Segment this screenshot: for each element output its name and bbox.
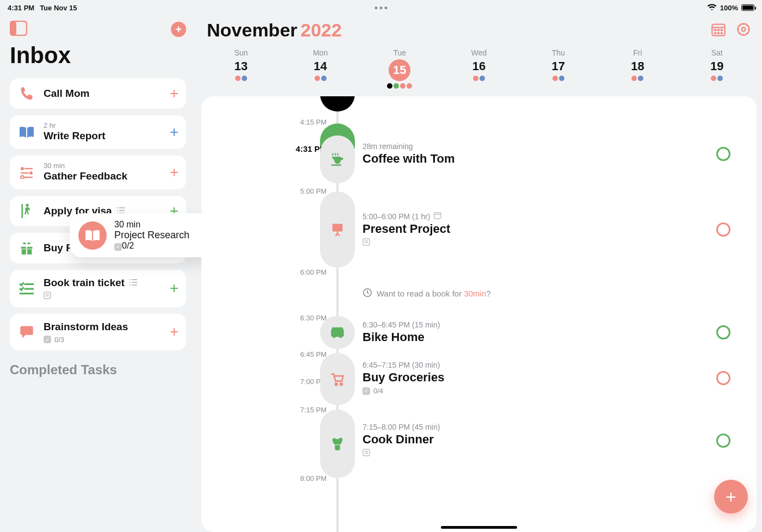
subtask-checkbox-icon: ✓ — [362, 387, 370, 395]
sidebar: + Inbox Call Mom + 2 hr Write Report — [0, 15, 196, 532]
svg-rect-24 — [363, 449, 370, 456]
schedule-button[interactable]: + — [170, 280, 179, 297]
task-meta: 30 min — [44, 162, 162, 170]
complete-check[interactable] — [716, 434, 730, 448]
main-panel: November2022 Sun13 Mon14 Tue15 Wed16 Thu… — [196, 15, 762, 532]
day-fri[interactable]: Fri18 — [598, 48, 678, 89]
event-present[interactable]: 5:00–6:00 PM (1 hr) Present Project — [362, 212, 730, 248]
sliders-icon — [17, 166, 36, 179]
event-groceries[interactable]: 6:45–7:15 PM (30 min) Buy Groceries ✓0/4 — [362, 361, 730, 395]
complete-check[interactable] — [716, 222, 730, 237]
subtask-checkbox-icon: ✓ — [114, 243, 122, 251]
day-sat[interactable]: Sat19 — [677, 48, 757, 89]
event-bike[interactable]: 6:30–6:45 PM (15 min) Bike Home — [362, 320, 730, 344]
year: 2022 — [300, 20, 342, 40]
time-label: 6:00 PM — [283, 268, 327, 276]
event-upper: 5:00–6:00 PM (1 hr) — [362, 212, 431, 221]
event-node-coffee[interactable] — [320, 135, 355, 183]
day-wed[interactable]: Wed16 — [439, 48, 519, 89]
day-mon[interactable]: Mon14 — [281, 48, 360, 89]
book-icon — [17, 125, 36, 139]
svg-point-23 — [340, 383, 342, 385]
day-tue[interactable]: Tue15 — [360, 48, 439, 89]
home-indicator[interactable] — [441, 526, 517, 529]
svg-point-3 — [29, 171, 33, 175]
svg-rect-18 — [333, 224, 343, 232]
task-title: Write Report — [44, 129, 162, 143]
sidebar-toggle-icon[interactable] — [10, 21, 27, 38]
complete-check[interactable] — [716, 371, 730, 385]
note-icon — [362, 238, 370, 248]
task-write-report[interactable]: 2 hr Write Report + — [10, 115, 186, 149]
note-icon — [44, 292, 51, 301]
svg-rect-19 — [434, 213, 441, 219]
task-call-mom[interactable]: Call Mom + — [10, 78, 186, 109]
complete-check[interactable] — [716, 325, 730, 339]
time-label: 7:15 PM — [283, 406, 327, 414]
svg-rect-17 — [331, 164, 341, 165]
month-title[interactable]: November2022 — [207, 20, 342, 41]
suggestion-prefix: Want to read a book for — [377, 289, 464, 298]
battery-icon — [741, 4, 754, 11]
complete-check[interactable] — [716, 147, 730, 161]
task-title: Gather Feedback — [44, 170, 162, 183]
svg-rect-5 — [21, 204, 23, 218]
svg-point-12 — [715, 32, 716, 33]
svg-point-4 — [21, 176, 24, 179]
schedule-button[interactable]: + — [170, 323, 179, 341]
battery-percent: 100% — [720, 4, 738, 12]
event-cook[interactable]: 7:15–8:00 PM (45 min) Cook Dinner — [362, 423, 730, 458]
event-coffee[interactable]: 28m remaining Coffee with Tom — [362, 142, 730, 166]
task-meta: 30 min — [114, 220, 189, 230]
note-icon — [362, 449, 370, 458]
time-label: 6:45 PM — [283, 350, 327, 358]
event-upper: 28m remaining — [362, 142, 413, 151]
schedule-button[interactable]: + — [170, 164, 179, 181]
event-title: Present Project — [362, 222, 450, 236]
past-indicator — [320, 96, 355, 112]
event-node-present[interactable] — [320, 191, 355, 268]
suggestion-read-book[interactable]: Want to read a book for 30min? — [362, 288, 491, 299]
event-upper: 6:45–7:15 PM (30 min) — [362, 361, 440, 369]
task-title: Brainstorm Ideas — [44, 320, 162, 333]
chat-icon — [17, 325, 36, 339]
subtask-checkbox-icon: ✓ — [44, 336, 51, 343]
event-node-groceries[interactable] — [320, 353, 355, 405]
task-gather-feedback[interactable]: 30 min Gather Feedback + — [10, 156, 186, 189]
inbox-title: Inbox — [10, 42, 186, 69]
event-node-cook[interactable] — [320, 410, 355, 478]
schedule-button[interactable]: + — [170, 85, 179, 102]
svg-point-14 — [721, 32, 722, 33]
wifi-icon — [707, 3, 717, 13]
status-bar: 4:31 PM Tue Nov 15 100% — [0, 0, 762, 15]
fab-add-button[interactable]: + — [714, 480, 748, 514]
task-meta: 2 hr — [44, 122, 162, 129]
event-title: Bike Home — [362, 330, 440, 344]
suggestion-suffix: ? — [486, 289, 490, 298]
task-title: Book train ticket — [44, 276, 125, 289]
settings-gear-icon[interactable] — [736, 22, 751, 39]
event-node-bike[interactable] — [320, 316, 355, 349]
status-date: Tue Nov 15 — [40, 4, 77, 12]
svg-point-16 — [742, 27, 746, 31]
task-book-train[interactable]: Book train ticket + — [10, 270, 186, 307]
subtask-count: 0/2 — [122, 241, 134, 250]
timeline[interactable]: 4:15 PM 4:31 PM 5:00 PM 6:00 PM 6:30 PM … — [201, 96, 757, 532]
gift-icon — [17, 240, 36, 256]
svg-point-9 — [715, 29, 716, 30]
schedule-button[interactable]: + — [170, 123, 179, 141]
svg-point-6 — [26, 204, 28, 207]
time-label: 5:00 PM — [283, 187, 327, 195]
task-title: Project Research — [114, 230, 189, 241]
dragging-task-project-research[interactable]: 30 min Project Research ✓0/2 — [70, 213, 211, 257]
add-task-button[interactable]: + — [171, 22, 186, 37]
svg-point-2 — [21, 167, 24, 170]
svg-rect-20 — [363, 239, 370, 245]
completed-tasks-header[interactable]: Completed Tasks — [10, 362, 186, 378]
calendar-icon[interactable] — [711, 22, 726, 39]
multitask-dots[interactable] — [375, 7, 388, 9]
day-sun[interactable]: Sun13 — [201, 48, 281, 89]
calendar-mini-icon — [434, 212, 441, 221]
day-thu[interactable]: Thu17 — [519, 48, 598, 89]
task-brainstorm[interactable]: Brainstorm Ideas ✓0/3 + — [10, 314, 186, 350]
